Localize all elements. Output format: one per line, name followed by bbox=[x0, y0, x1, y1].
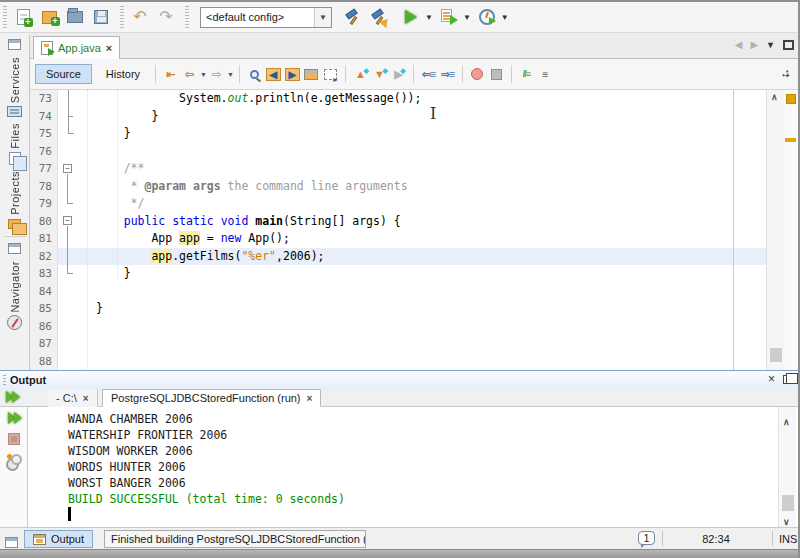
find-previous-button[interactable]: ◀ bbox=[264, 65, 283, 83]
toolbar-grip[interactable] bbox=[3, 6, 7, 28]
code-line-86[interactable]: 86 bbox=[30, 318, 766, 336]
find-selection-button[interactable] bbox=[245, 65, 264, 83]
output-header[interactable]: Output × bbox=[0, 371, 798, 389]
maximize-window-icon[interactable] bbox=[783, 40, 794, 50]
scrollbar-down-icon[interactable]: ∨ bbox=[783, 517, 790, 527]
dock-window-icon[interactable] bbox=[5, 537, 18, 548]
find-next-button[interactable]: ▶ bbox=[283, 65, 302, 83]
code-line-84[interactable]: 84 bbox=[30, 283, 766, 301]
next-bookmark-button[interactable]: ▼◆ bbox=[370, 65, 389, 83]
output-header-grip[interactable] bbox=[3, 375, 6, 385]
code-line-80[interactable]: 80 public static void main(String[] args… bbox=[30, 213, 766, 231]
code-line-79[interactable]: 79 */ bbox=[30, 195, 766, 213]
scrollbar-thumb[interactable] bbox=[770, 348, 782, 362]
rectangular-selection-button[interactable] bbox=[321, 65, 340, 83]
ant-settings-icon[interactable] bbox=[6, 454, 22, 468]
undo-button[interactable]: ↶ bbox=[127, 4, 153, 30]
code-line-85[interactable]: 85} bbox=[30, 300, 766, 318]
source-view-button[interactable]: Source bbox=[35, 64, 92, 84]
comment-button[interactable]: //≡ bbox=[517, 65, 536, 83]
output-float-icon[interactable] bbox=[783, 375, 793, 384]
code-line-81[interactable]: 81 App app = new App(); bbox=[30, 230, 766, 248]
config-select[interactable]: <default config> ▼ bbox=[200, 7, 332, 28]
combo-dropdown-icon[interactable]: ▼ bbox=[314, 8, 331, 27]
fold-collapse-icon[interactable]: − bbox=[63, 164, 72, 173]
code-text bbox=[96, 143, 766, 161]
code-line-87[interactable]: 87 bbox=[30, 335, 766, 353]
back-dropdown-icon[interactable]: ▼ bbox=[200, 71, 207, 78]
fold-collapse-icon[interactable]: − bbox=[63, 216, 72, 225]
tab-app-java[interactable]: App.java × bbox=[33, 36, 120, 59]
code-line-75[interactable]: 75 } bbox=[30, 125, 766, 143]
rerun-build-icon[interactable] bbox=[8, 412, 20, 424]
output-scrollbar[interactable]: ∧ ∨ bbox=[778, 407, 796, 528]
warning-mark[interactable] bbox=[785, 138, 796, 142]
new-project-button[interactable]: + bbox=[36, 4, 62, 30]
back-button[interactable]: ⇦ bbox=[180, 65, 199, 83]
code-line-88[interactable]: 88 bbox=[30, 353, 766, 371]
open-project-button[interactable] bbox=[62, 4, 88, 30]
run-dropdown-icon[interactable]: ▼ bbox=[425, 13, 433, 22]
profile-dropdown-icon[interactable]: ▼ bbox=[501, 13, 509, 22]
scrollbar-thumb[interactable] bbox=[782, 495, 794, 511]
debug-project-button[interactable] bbox=[436, 4, 462, 30]
output-tab-c-drive[interactable]: - C:\ × bbox=[48, 389, 98, 407]
code-line-73[interactable]: 73 System.out.println(e.getMessage()); bbox=[30, 90, 766, 108]
run-project-button[interactable] bbox=[398, 4, 424, 30]
output-tab-close-icon[interactable]: × bbox=[307, 393, 313, 404]
warning-status-icon[interactable] bbox=[786, 94, 796, 104]
code-line-74[interactable]: 74 } bbox=[30, 108, 766, 126]
output-window-button[interactable]: Output bbox=[24, 530, 93, 548]
output-tab-run[interactable]: PostgreSQLJDBCStoredFunction (run) × bbox=[102, 389, 321, 407]
toggle-bookmark-button[interactable]: ▶◆ bbox=[389, 65, 408, 83]
redo-button[interactable]: ↷ bbox=[153, 4, 179, 30]
scroll-tabs-right-icon[interactable]: ▶ bbox=[750, 39, 758, 50]
toolbar-grip[interactable] bbox=[185, 6, 189, 28]
toolbar-grip[interactable] bbox=[120, 6, 124, 28]
save-all-button[interactable] bbox=[88, 4, 114, 30]
last-edit-button[interactable]: ⇤ bbox=[161, 65, 180, 83]
sidebar-item-navigator[interactable]: Navigator bbox=[7, 261, 22, 331]
code-line-82[interactable]: 82 app.getFilms("%er",2006); bbox=[30, 248, 766, 266]
forward-button[interactable]: ⇨ bbox=[207, 65, 226, 83]
record-macro-icon bbox=[471, 68, 483, 80]
forward-dropdown-icon[interactable]: ▼ bbox=[227, 71, 234, 78]
dock-window-icon[interactable] bbox=[8, 243, 21, 254]
code-line-83[interactable]: 83 } bbox=[30, 265, 766, 283]
history-view-button[interactable]: History bbox=[96, 65, 150, 83]
previous-bookmark-button[interactable]: ▲◆ bbox=[351, 65, 370, 83]
debug-dropdown-icon[interactable]: ▼ bbox=[463, 13, 471, 22]
sidebar-item-services[interactable]: Services bbox=[7, 57, 22, 117]
profile-project-button[interactable] bbox=[474, 4, 500, 30]
output-console[interactable]: WANDA CHAMBER 2006WATERSHIP FRONTIER 200… bbox=[28, 407, 778, 528]
tab-close-icon[interactable]: × bbox=[106, 43, 112, 53]
sidebar-item-projects[interactable]: Projects bbox=[8, 171, 21, 229]
shift-left-button[interactable]: ⇐≡ bbox=[419, 65, 438, 83]
new-file-button[interactable]: + bbox=[10, 4, 36, 30]
build-project-button[interactable] bbox=[340, 4, 366, 30]
scroll-tabs-left-icon[interactable]: ◀ bbox=[735, 39, 743, 50]
split-document-icon[interactable] bbox=[780, 66, 794, 80]
scrollbar-up-icon[interactable]: ∧ bbox=[783, 417, 790, 427]
code-line-78[interactable]: 78 * @param args the command line argume… bbox=[30, 178, 766, 196]
dock-window-icon[interactable] bbox=[8, 39, 21, 50]
tab-list-dropdown-icon[interactable]: ▼ bbox=[766, 40, 775, 50]
output-close-icon[interactable]: × bbox=[768, 373, 775, 385]
editor-scrollbar[interactable]: ∧ bbox=[766, 90, 784, 370]
uncomment-button[interactable]: ≡ bbox=[536, 65, 555, 83]
notifications-icon[interactable]: 1 bbox=[638, 531, 655, 545]
code-line-76[interactable]: 76 bbox=[30, 143, 766, 161]
line-number: 87 bbox=[30, 335, 58, 353]
stop-build-icon[interactable] bbox=[8, 433, 20, 445]
code-line-77[interactable]: 77 /** bbox=[30, 160, 766, 178]
sidebar-item-files[interactable]: Files bbox=[9, 123, 21, 165]
shift-right-button[interactable]: ⇒≡ bbox=[438, 65, 457, 83]
scrollbar-up-icon[interactable]: ∧ bbox=[771, 92, 778, 102]
start-macro-button[interactable] bbox=[468, 65, 487, 83]
output-tab-close-icon[interactable]: × bbox=[83, 393, 89, 404]
stop-macro-button[interactable] bbox=[487, 65, 506, 83]
code-editor[interactable]: 73 System.out.println(e.getMessage());74… bbox=[30, 90, 766, 370]
rerun-icon[interactable] bbox=[6, 391, 18, 403]
clean-build-project-button[interactable] bbox=[366, 4, 392, 30]
toggle-highlight-button[interactable] bbox=[302, 65, 321, 83]
